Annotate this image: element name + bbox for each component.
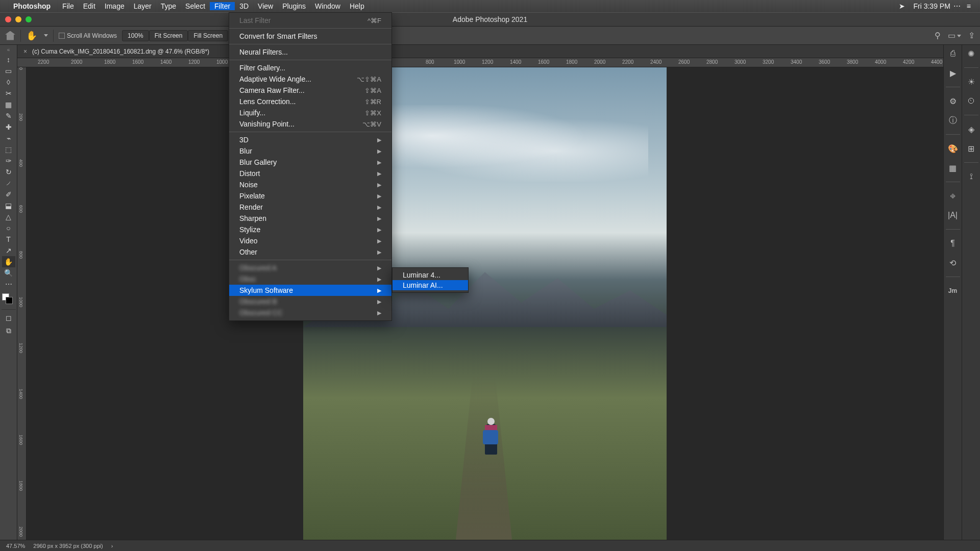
search-icon[interactable]: ⚲ (935, 31, 941, 40)
info-arrow-icon[interactable]: › (111, 543, 113, 549)
menu-item[interactable]: Blur Gallery▶ (229, 157, 391, 168)
tool-5[interactable]: ✎ (2, 110, 15, 121)
tool-11[interactable]: ⟋ (2, 178, 15, 189)
panel-icon[interactable]: ⓘ (947, 115, 959, 126)
color-swatches[interactable] (2, 293, 15, 307)
menu-item[interactable]: Obscured A▶ (229, 262, 391, 273)
status-icon[interactable]: ➤ (899, 2, 905, 10)
tool-16[interactable]: T (2, 234, 15, 245)
tool-18[interactable]: ✋ (2, 256, 15, 267)
menu-select[interactable]: Select (181, 2, 210, 10)
panel-icon[interactable]: Jm (947, 285, 959, 296)
menu-edit[interactable]: Edit (79, 2, 100, 10)
menu-item[interactable]: Filter Gallery... (229, 62, 391, 73)
tool-17[interactable]: ↗ (2, 245, 15, 256)
panel-icon[interactable]: ☀ (966, 76, 977, 87)
window-maximize-button[interactable] (26, 16, 32, 22)
workspace-icon[interactable]: ▭ (948, 31, 961, 40)
menu-item[interactable]: Distort▶ (229, 168, 391, 179)
menu-item[interactable]: Blur▶ (229, 145, 391, 157)
tool-15[interactable]: ○ (2, 222, 15, 234)
menu-item[interactable]: Convert for Smart Filters (229, 31, 391, 42)
menu-layer[interactable]: Layer (129, 2, 156, 10)
menu-icon[interactable]: ⋯ (953, 2, 961, 10)
menu-item[interactable]: Render▶ (229, 202, 391, 213)
panel-icon[interactable]: ✺ (966, 48, 977, 59)
menu-item[interactable]: Neural Filters... (229, 46, 391, 58)
ruler-horizontal[interactable]: 2200200018001600140012001000800800100012… (17, 58, 943, 67)
tool-4[interactable]: ▦ (2, 99, 15, 110)
tool-9[interactable]: ✑ (2, 155, 15, 166)
panel-icon[interactable]: ⎆ (947, 190, 959, 202)
screenmode-icon[interactable]: ⧉ (2, 325, 15, 336)
tool-0[interactable]: ↕ (2, 54, 15, 65)
menu-image[interactable]: Image (100, 2, 129, 10)
tool-2[interactable]: ◊ (2, 77, 15, 88)
menu-item[interactable]: Stylize▶ (229, 224, 391, 235)
panel-icon[interactable]: ▶ (947, 67, 959, 79)
tool-13[interactable]: ⬓ (2, 200, 15, 211)
submenu-item[interactable]: Luminar AI... (393, 280, 468, 290)
option-button[interactable]: 100% (122, 30, 149, 41)
tool-8[interactable]: ⬚ (2, 144, 15, 155)
tool-12[interactable]: ✐ (2, 189, 15, 200)
tool-1[interactable]: ▭ (2, 65, 15, 77)
menu-item[interactable]: Sharpen▶ (229, 213, 391, 224)
menu-item[interactable]: Obscured B▶ (229, 296, 391, 307)
ruler-vertical[interactable]: 0200400600800100012001400160018002000 (17, 67, 27, 540)
panel-icon[interactable]: ⚙ (947, 95, 959, 107)
menu-3d[interactable]: 3D (235, 2, 253, 10)
menu-filter[interactable]: Filter (210, 2, 235, 10)
document-tab[interactable]: × (c) Cuma Cevik_IMG_20180416_160821.dng… (17, 45, 943, 58)
share-icon[interactable]: ⇪ (968, 31, 975, 40)
panel-icon[interactable]: ⟲ (947, 257, 959, 268)
menu-item[interactable]: Camera Raw Filter...⇧⌘A (229, 85, 391, 96)
panel-icon[interactable]: ¶ (947, 238, 959, 249)
tab-close-icon[interactable]: × (23, 48, 27, 55)
panel-icon[interactable]: 🎨 (947, 143, 959, 154)
option-button[interactable]: Fit Screen (149, 30, 188, 41)
window-close-button[interactable] (5, 16, 11, 22)
tool-6[interactable]: ✚ (2, 121, 15, 133)
menu-item[interactable]: Obsc▶ (229, 273, 391, 285)
menu-help[interactable]: Help (345, 2, 369, 10)
tool-3[interactable]: ✂ (2, 88, 15, 99)
menu-item[interactable]: Lens Correction...⇧⌘R (229, 96, 391, 107)
menu-item[interactable]: Liquify...⇧⌘X (229, 107, 391, 118)
panel-icon[interactable]: ⏲ (966, 95, 977, 107)
app-name[interactable]: Photoshop (13, 2, 51, 10)
menu-item[interactable]: Pixelate▶ (229, 190, 391, 202)
menu-file[interactable]: File (58, 2, 79, 10)
tool-7[interactable]: ⌁ (2, 133, 15, 144)
submenu-item[interactable]: Luminar 4... (393, 270, 468, 280)
menu-window[interactable]: Window (310, 2, 345, 10)
tool-10[interactable]: ↻ (2, 166, 15, 178)
tool-14[interactable]: △ (2, 211, 15, 222)
menu-item[interactable]: Vanishing Point...⌥⌘V (229, 118, 391, 130)
scroll-all-checkbox[interactable]: Scroll All Windows (59, 32, 117, 39)
menu-plugins[interactable]: Plugins (278, 2, 310, 10)
quickmask-icon[interactable]: ◻ (2, 312, 15, 323)
menubar-clock[interactable]: Fri 3:39 PM (913, 2, 950, 10)
menu-type[interactable]: Type (156, 2, 181, 10)
zoom-level[interactable]: 47.57% (6, 543, 25, 549)
tool-20[interactable]: ⋯ (2, 279, 15, 290)
option-button[interactable]: Fill Screen (188, 30, 228, 41)
home-icon[interactable] (5, 31, 15, 40)
panel-icon[interactable]: ⊞ (966, 143, 977, 154)
panel-icon[interactable]: ◈ (966, 123, 977, 135)
menu-item[interactable]: Other▶ (229, 246, 391, 258)
doc-info[interactable]: 2960 px x 3952 px (300 ppi) (33, 543, 103, 549)
menu-item[interactable]: Video▶ (229, 235, 391, 246)
menu-item[interactable]: Noise▶ (229, 179, 391, 190)
tool-19[interactable]: 🔍 (2, 267, 15, 279)
menu-item[interactable]: 3D▶ (229, 134, 391, 145)
panel-icon[interactable]: ⎙ (947, 48, 959, 59)
panel-icon[interactable]: ⟟ (966, 171, 977, 182)
list-icon[interactable]: ≡ (967, 2, 971, 10)
menu-item[interactable]: Obscured CC▶ (229, 307, 391, 318)
panel-icon[interactable]: ▦ (947, 162, 959, 173)
window-minimize-button[interactable] (15, 16, 21, 22)
panel-icon[interactable]: |A| (947, 210, 959, 221)
hand-tool-icon[interactable]: ✋ (26, 30, 37, 41)
